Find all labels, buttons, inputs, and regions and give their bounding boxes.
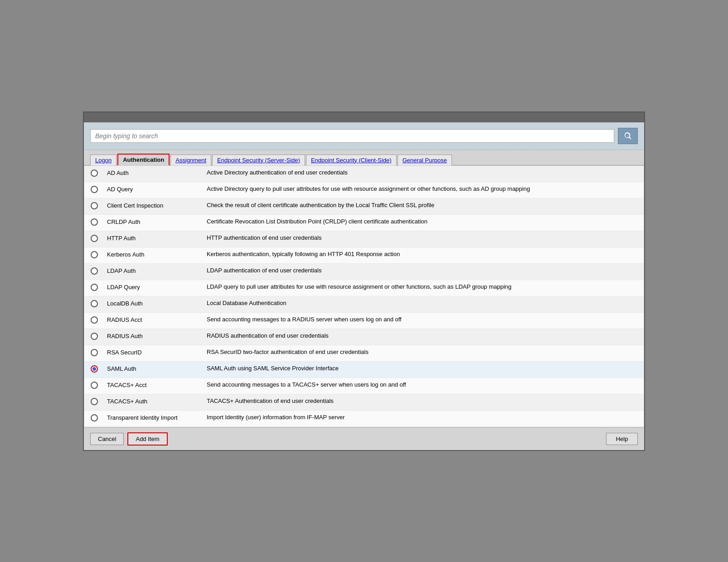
radio-radius-acct[interactable] [91, 316, 98, 324]
tab-assignment[interactable]: Assignment [170, 155, 211, 165]
tab-authentication[interactable]: Authentication [117, 154, 170, 165]
scroll-wrapper[interactable]: AD AuthActive Directory authentication o… [84, 165, 644, 427]
radio-ldap-query[interactable] [91, 284, 98, 291]
table-row[interactable]: LDAP QueryLDAP query to pull user attrib… [84, 280, 644, 296]
item-name-ad-auth: AD Auth [107, 169, 207, 176]
footer: Cancel Add Item Help [84, 427, 644, 450]
item-desc-tacacs-acct: Send accounting messages to a TACACS+ se… [207, 381, 637, 389]
tab-endpoint-server[interactable]: Endpoint Security (Server-Side) [212, 155, 305, 165]
radio-col-saml-auth [91, 364, 107, 373]
table-row[interactable]: RADIUS AuthRADIUS authentication of end … [84, 329, 644, 345]
radio-kerberos-auth[interactable] [91, 251, 98, 258]
item-desc-radius-acct: Send accounting messages to a RADIUS ser… [207, 315, 637, 324]
radio-col-client-cert [91, 201, 107, 209]
radio-col-radius-acct [91, 315, 107, 324]
item-desc-http-auth: HTTP authentication of end user credenti… [207, 234, 637, 242]
item-name-client-cert: Client Cert Inspection [107, 201, 207, 209]
radio-col-ldap-query [91, 283, 107, 291]
radio-col-ldap-auth [91, 266, 107, 275]
radio-rsa-securid[interactable] [91, 349, 98, 356]
radio-col-tacacs-auth [91, 397, 107, 405]
item-desc-ldap-auth: LDAP authentication of end user credenti… [207, 266, 637, 275]
item-desc-client-cert: Check the result of client certificate a… [207, 201, 637, 209]
help-button[interactable]: Help [606, 433, 638, 445]
radio-ad-query[interactable] [91, 186, 98, 193]
item-name-radius-auth: RADIUS Auth [107, 332, 207, 339]
table-row[interactable]: HTTP AuthHTTP authentication of end user… [84, 231, 644, 247]
item-name-ldap-auth: LDAP Auth [107, 266, 207, 274]
item-desc-kerberos-auth: Kerberos authentication, typically follo… [207, 250, 637, 258]
radio-col-ad-auth [91, 169, 107, 177]
item-desc-radius-auth: RADIUS authentication of end user creden… [207, 332, 637, 340]
radio-http-auth[interactable] [91, 235, 98, 242]
item-desc-saml-auth: SAML Auth using SAML Service Provider In… [207, 364, 637, 373]
search-button[interactable] [618, 128, 638, 144]
table-row[interactable]: Transparent Identity ImportImport Identi… [84, 411, 644, 427]
item-desc-transparent-identity: Import Identity (user) information from … [207, 413, 637, 422]
radio-radius-auth[interactable] [91, 333, 98, 340]
radio-tacacs-auth[interactable] [91, 398, 98, 405]
radio-col-radius-auth [91, 332, 107, 340]
tab-endpoint-client[interactable]: Endpoint Security (Client-Side) [306, 155, 397, 165]
radio-tacacs-acct[interactable] [91, 382, 98, 389]
item-desc-ad-query: Active Directory query to pull user attr… [207, 185, 637, 193]
search-icon [623, 131, 632, 140]
item-desc-tacacs-auth: TACACS+ Authentication of end user crede… [207, 397, 637, 405]
radio-localdb-auth[interactable] [91, 300, 98, 307]
radio-crldp-auth[interactable] [91, 218, 98, 226]
tab-general-purpose[interactable]: General Purpose [398, 155, 452, 165]
radio-col-ad-query [91, 185, 107, 193]
dialog: LogonAuthenticationAssignmentEndpoint Se… [83, 111, 645, 451]
radio-saml-auth[interactable] [91, 365, 98, 373]
item-name-tacacs-auth: TACACS+ Auth [107, 397, 207, 405]
content-wrapper: AD AuthActive Directory authentication o… [84, 165, 644, 427]
item-desc-ldap-query: LDAP query to pull user attributes for u… [207, 283, 637, 291]
radio-col-tacacs-acct [91, 381, 107, 389]
radio-col-localdb-auth [91, 299, 107, 307]
table-row[interactable]: SAML AuthSAML Auth using SAML Service Pr… [84, 362, 644, 378]
radio-col-transparent-identity [91, 413, 107, 422]
item-name-kerberos-auth: Kerberos Auth [107, 250, 207, 258]
item-name-radius-acct: RADIUS Acct [107, 315, 207, 323]
item-desc-ad-auth: Active Directory authentication of end u… [207, 169, 637, 177]
table-row[interactable]: CRLDP AuthCertificate Revocation List Di… [84, 215, 644, 231]
table-row[interactable]: LDAP AuthLDAP authentication of end user… [84, 264, 644, 280]
item-name-transparent-identity: Transparent Identity Import [107, 413, 207, 421]
table-row[interactable]: Client Cert InspectionCheck the result o… [84, 199, 644, 215]
item-name-ldap-query: LDAP Query [107, 283, 207, 291]
radio-col-kerberos-auth [91, 250, 107, 258]
item-name-http-auth: HTTP Auth [107, 234, 207, 242]
radio-col-rsa-securid [91, 348, 107, 356]
item-name-ad-query: AD Query [107, 185, 207, 193]
title-bar [84, 112, 644, 122]
table-row[interactable]: LocalDB AuthLocal Database Authenticatio… [84, 296, 644, 313]
table-row[interactable]: Kerberos AuthKerberos authentication, ty… [84, 247, 644, 264]
table-row[interactable]: RSA SecurIDRSA SecurID two-factor authen… [84, 345, 644, 362]
table-row[interactable]: TACACS+ AuthTACACS+ Authentication of en… [84, 394, 644, 411]
radio-col-http-auth [91, 234, 107, 242]
table-row[interactable]: TACACS+ AcctSend accounting messages to … [84, 378, 644, 394]
radio-ad-auth[interactable] [91, 170, 98, 177]
table-row[interactable]: RADIUS AcctSend accounting messages to a… [84, 313, 644, 329]
item-desc-rsa-securid: RSA SecurID two-factor authentication of… [207, 348, 637, 356]
cancel-button[interactable]: Cancel [90, 433, 124, 445]
item-name-tacacs-acct: TACACS+ Acct [107, 381, 207, 388]
item-name-crldp-auth: CRLDP Auth [107, 218, 207, 225]
radio-transparent-identity[interactable] [91, 414, 98, 422]
add-item-button[interactable]: Add Item [127, 432, 167, 446]
radio-col-crldp-auth [91, 218, 107, 226]
radio-client-cert[interactable] [91, 202, 98, 209]
search-bar [84, 122, 644, 150]
item-name-saml-auth: SAML Auth [107, 364, 207, 372]
item-desc-localdb-auth: Local Database Authentication [207, 299, 637, 307]
item-desc-crldp-auth: Certificate Revocation List Distribution… [207, 218, 637, 226]
content-area: AD AuthActive Directory authentication o… [84, 165, 644, 427]
tab-logon[interactable]: Logon [90, 155, 116, 165]
item-name-rsa-securid: RSA SecurID [107, 348, 207, 356]
search-input[interactable] [90, 129, 614, 143]
table-row[interactable]: AD AuthActive Directory authentication o… [84, 166, 644, 182]
item-name-localdb-auth: LocalDB Auth [107, 299, 207, 307]
radio-ldap-auth[interactable] [91, 267, 98, 275]
table-row[interactable]: AD QueryActive Directory query to pull u… [84, 182, 644, 199]
tabs-area: LogonAuthenticationAssignmentEndpoint Se… [84, 150, 644, 165]
